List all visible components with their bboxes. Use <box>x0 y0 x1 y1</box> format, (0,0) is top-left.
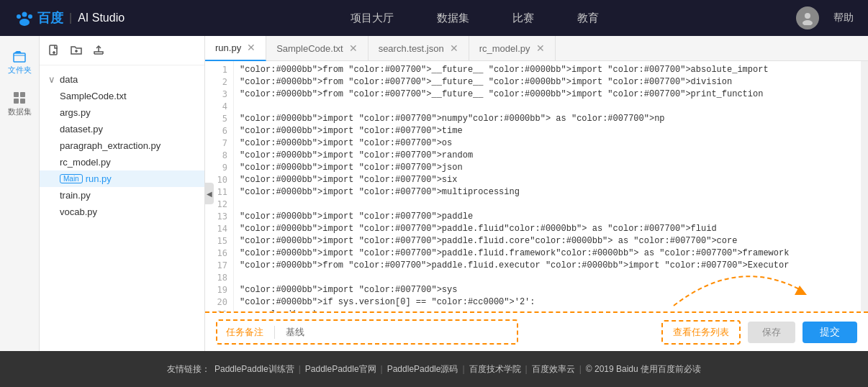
task-note-input[interactable]: 任务备注 基线 <box>216 319 518 345</box>
table-row: "color:#0000bb">import "color:#007700">n… <box>240 113 855 125</box>
svg-rect-11 <box>50 45 57 55</box>
task-baseline-text: 基线 <box>286 326 304 339</box>
folder-data[interactable]: ∨ data <box>40 71 204 88</box>
svg-point-0 <box>17 14 21 19</box>
help-link[interactable]: 帮助 <box>833 12 854 24</box>
sidebar-item-dataset[interactable]: 数据集 <box>0 85 39 123</box>
svg-point-4 <box>805 13 810 19</box>
logo: 百度 | AI Studio <box>14 9 125 27</box>
code-content[interactable]: "color:#0000bb">from "color:#007700">__f… <box>234 61 861 311</box>
svg-rect-7 <box>14 92 19 97</box>
tab-close-icon[interactable]: ✕ <box>247 42 256 53</box>
tabs-bar: run.py ✕ SampleCode.txt ✕ search.test.js… <box>205 36 868 61</box>
header-right: 帮助 <box>796 6 854 29</box>
header: 百度 | AI Studio 项目大厅 数据集 比赛 教育 帮助 <box>0 0 868 36</box>
file-name: args.py <box>60 107 91 118</box>
list-item[interactable]: SampleCode.txt <box>40 88 204 104</box>
table-row: "color:#0000bb">import "color:#007700">s… <box>240 284 855 296</box>
footer-prefix: 友情链接： <box>167 363 210 375</box>
nav-item-education[interactable]: 教育 <box>577 12 599 25</box>
logo-aistudio: AI Studio <box>78 12 125 24</box>
task-note-label: 任务备注 <box>226 326 263 339</box>
table-row: "color:#0000bb">import "color:#007700">t… <box>240 125 855 137</box>
table-row: "color:#0000bb">from "color:#007700">__f… <box>240 64 855 76</box>
save-button[interactable]: 保存 <box>748 322 795 343</box>
footer-link-1[interactable]: PaddlePaddle训练营 <box>214 363 294 375</box>
table-row: "color:#0000bb">import "color:#007700">m… <box>240 186 855 199</box>
sidebar-item-files[interactable]: 文件夹 <box>0 43 39 81</box>
tab-label: rc_model.py <box>479 43 530 54</box>
tab-rc-model[interactable]: rc_model.py ✕ <box>469 36 556 61</box>
list-item[interactable]: args.py <box>40 104 204 121</box>
footer-link-5[interactable]: 百度效率云 <box>532 363 575 375</box>
table-row <box>240 101 855 113</box>
tab-close-icon[interactable]: ✕ <box>536 43 545 53</box>
table-row: "color:#0000bb">import "color:#007700">p… <box>240 235 855 247</box>
table-row: "color:#0000bb">from "color:#007700">__f… <box>240 88 855 101</box>
footer-link-2[interactable]: PaddlePaddle官网 <box>305 363 376 375</box>
nav-item-projects[interactable]: 项目大厅 <box>351 12 394 25</box>
table-row: "color:#0000bb">from "color:#007700">pad… <box>240 260 855 272</box>
table-row: "color:#0000bb">import "color:#007700">o… <box>240 137 855 150</box>
file-name-active: run.py <box>86 173 112 184</box>
list-item[interactable]: rc_model.py <box>40 154 204 170</box>
footer-link-3[interactable]: PaddlePaddle源码 <box>387 363 458 375</box>
chevron-down-icon: ∨ <box>48 74 55 85</box>
tab-close-icon[interactable]: ✕ <box>349 43 358 53</box>
files-label: 文件夹 <box>8 65 32 76</box>
new-folder-icon[interactable] <box>71 45 82 59</box>
scrollbar-vertical[interactable] <box>861 61 868 311</box>
table-row: "color:#0000bb">import "color:#007700">j… <box>240 162 855 174</box>
svg-rect-10 <box>20 99 25 104</box>
submit-button[interactable]: 提交 <box>803 322 857 343</box>
tab-close-icon[interactable]: ✕ <box>450 43 458 53</box>
tab-search-test[interactable]: search.test.json ✕ <box>369 36 469 61</box>
file-tree-toolbar <box>40 42 204 65</box>
nav-item-datasets[interactable]: 数据集 <box>437 12 469 25</box>
footer-copyright: © 2019 Baidu 使用百度前必读 <box>586 363 701 375</box>
main-layout: 文件夹 数据集 <box>0 36 868 351</box>
svg-point-5 <box>803 20 813 25</box>
table-row <box>240 272 855 284</box>
tab-label: search.test.json <box>379 43 444 54</box>
collapse-handle[interactable]: ◀ <box>205 183 214 204</box>
dataset-label: 数据集 <box>8 106 32 117</box>
file-tree-content: ∨ data SampleCode.txt args.py dataset.py… <box>40 65 204 226</box>
header-nav: 项目大厅 数据集 比赛 教育 <box>153 12 796 25</box>
table-row: "color:#0000bb">import "color:#007700">p… <box>240 247 855 260</box>
upload-icon[interactable] <box>93 45 104 59</box>
svg-rect-9 <box>14 99 19 104</box>
list-item[interactable]: vocab.py <box>40 204 204 220</box>
bottom-bar: 任务备注 基线 查看任务列表 保存 提交 <box>205 311 868 351</box>
tab-samplecode[interactable]: SampleCode.txt ✕ <box>266 36 369 61</box>
tab-label: run.py <box>215 42 241 53</box>
table-row: "color:#0000bb">from "color:#007700">__f… <box>240 76 855 88</box>
list-item[interactable]: paragraph_extraction.py <box>40 137 204 154</box>
task-divider <box>274 326 275 339</box>
list-item[interactable]: train.py <box>40 187 204 204</box>
svg-point-2 <box>28 14 32 19</box>
list-item-active[interactable]: Main run.py <box>40 170 204 187</box>
nav-item-competition[interactable]: 比赛 <box>512 12 534 25</box>
table-row: "color:#0000bb">import "color:#007700">p… <box>240 223 855 235</box>
table-row: "color:#0000bb">import "color:#007700">r… <box>240 150 855 162</box>
file-name: vocab.py <box>60 206 97 217</box>
list-item[interactable]: dataset.py <box>40 121 204 137</box>
table-row: "color:#0000bb">import "color:#007700">s… <box>240 174 855 186</box>
tab-run-py[interactable]: run.py ✕ <box>205 36 266 61</box>
footer: 友情链接： PaddlePaddle训练营 | PaddlePaddle官网 |… <box>0 351 868 387</box>
avatar[interactable] <box>796 6 819 29</box>
table-row <box>240 199 855 211</box>
logo-baidu: 百度 <box>14 9 63 27</box>
file-name: paragraph_extraction.py <box>60 140 161 151</box>
view-tasks-button[interactable]: 查看任务列表 <box>661 320 741 345</box>
file-name: rc_model.py <box>60 157 111 168</box>
new-file-icon[interactable] <box>48 45 60 59</box>
sidebar-icons: 文件夹 数据集 <box>0 36 40 351</box>
file-tree: ∨ data SampleCode.txt args.py dataset.py… <box>40 36 205 351</box>
svg-point-3 <box>19 19 30 26</box>
svg-point-1 <box>22 12 27 17</box>
table-row: "color:#0000bb">if sys.version[0] == "co… <box>240 296 855 309</box>
footer-link-4[interactable]: 百度技术学院 <box>469 363 521 375</box>
folder-label: data <box>60 74 78 85</box>
